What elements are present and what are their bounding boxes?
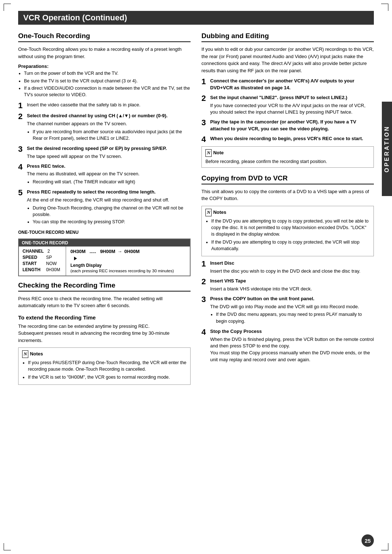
- checking-recording-body: Press REC once to check the recording ti…: [18, 295, 191, 309]
- note-icon: N: [205, 209, 212, 216]
- step-2: 2 Select the desired channel by using CH…: [18, 113, 191, 142]
- dub-step-2-body: If you have connected your VCR to the A/…: [210, 102, 374, 116]
- list-item: Be sure the TV is set to the VCR output …: [24, 78, 191, 85]
- copy-step-4: 4 Stop the Copy Process When the DVD is …: [201, 328, 374, 363]
- corner-mark-bl: [4, 543, 11, 550]
- notes-list: If you press PAUSE/STEP during One-Touch…: [28, 359, 187, 380]
- menu-row-channel: CHANNEL 2: [23, 249, 62, 254]
- list-item: If a direct VIDEO/AUDIO connection is ma…: [24, 85, 191, 98]
- note-icon: N: [22, 350, 28, 358]
- dub-step-3: 3 Play the tape in the camcorder (or ano…: [201, 119, 374, 133]
- menu-section-label: ONE-TOUCH RECORD MENU: [18, 230, 191, 235]
- one-touch-recording-title: One-Touch Recording: [18, 32, 191, 42]
- dub-step-1-title: Connect the camcorder's (or another VCR'…: [210, 78, 354, 90]
- page-number-badge: 25: [362, 534, 374, 547]
- step-5: 5 Press REC repeatedly to select the rec…: [18, 189, 191, 226]
- copying-notes-label: N Notes: [205, 209, 370, 216]
- list-item: If you press PAUSE/STEP during One-Touch…: [28, 359, 187, 372]
- list-item: If the DVD you are attempting to copy is…: [211, 218, 370, 237]
- copy-step-1-title: Insert Disc: [210, 260, 234, 266]
- step-4-body: The menu as illustrated, will appear on …: [27, 171, 191, 178]
- extend-recording-body: The recording time can be extended anyti…: [18, 323, 191, 344]
- copying-dvd-intro: This unit allows you to copy the content…: [201, 188, 374, 202]
- dub-step-4: 4 When you desire recording to begin, pr…: [201, 135, 374, 143]
- copy-step-2: 2 Insert VHS Tape Insert a blank VHS vid…: [201, 278, 374, 293]
- dub-note-body: Before recording, please confirm the rec…: [205, 158, 370, 165]
- copy-step-4-title: Stop the Copy Process: [210, 329, 262, 334]
- copy-step-3: 3 Press the COPY button on the unit fron…: [201, 296, 374, 325]
- step-4-title: Press REC twice.: [27, 163, 65, 169]
- checking-recording-title: Checking the Recording Time: [18, 281, 191, 292]
- preparations-block: Preparations: Turn on the power of both …: [18, 64, 191, 98]
- step-3-body: The tape speed will appear on the TV scr…: [27, 153, 191, 160]
- corner-mark-tl: [4, 4, 11, 11]
- extend-recording-section: To extend the Recording Time The recordi…: [18, 314, 191, 344]
- menu-row-start: START NOW: [23, 261, 62, 266]
- dub-note-label: N Note: [205, 149, 370, 157]
- step-4-bullets: Recording will start. (The TIMER indicat…: [33, 179, 191, 185]
- right-column: Dubbing and Editing If you wish to edit …: [201, 32, 374, 366]
- copying-dvd-section: Copying from DVD to VCR This unit allows…: [201, 174, 374, 363]
- content-columns: One-Touch Recording One-Touch Recording …: [18, 32, 374, 385]
- one-touch-intro: One-Touch Recording allows you to make a…: [18, 46, 191, 60]
- copy-step-2-title: Insert VHS Tape: [210, 278, 246, 284]
- dubbing-editing-section: Dubbing and Editing If you wish to edit …: [201, 32, 374, 168]
- list-item: If the VCR is set to "0H00M", the VCR go…: [28, 374, 187, 380]
- dub-step-2-title: Set the input channel "LINE2". (press IN…: [210, 95, 347, 100]
- menu-length-sub: (each pressing REC increases recording b…: [70, 269, 174, 273]
- preparations-label: Preparations:: [18, 64, 191, 69]
- preparations-list: Turn on the power of both the VCR and th…: [24, 70, 191, 98]
- list-item: Recording will start. (The TIMER indicat…: [33, 179, 191, 185]
- menu-body: CHANNEL 2 SPEED SP START NOW: [19, 247, 190, 276]
- list-item: If the DVD disc menu appears, you may ne…: [216, 311, 374, 324]
- list-item: During One-Touch Recording, changing the…: [33, 205, 191, 218]
- menu-row-length: LENGTH 0H30M: [23, 267, 62, 272]
- list-item: If the DVD you are attempting to copy is…: [211, 239, 370, 252]
- copying-notes-box: N Notes If the DVD you are attempting to…: [201, 206, 374, 256]
- copy-step-4-body: When the DVD is finished playing, press …: [210, 336, 374, 363]
- page-header: VCR Operation (Continued): [18, 11, 374, 25]
- menu-header: ONE-TOUCH RECORD: [19, 239, 190, 247]
- step-2-title: Select the desired channel by using CH (…: [27, 113, 168, 118]
- menu-timer: 0H30M ..... 9H00M → 0H00M: [70, 249, 139, 254]
- dubbing-editing-title: Dubbing and Editing: [201, 32, 374, 42]
- copying-notes-list: If the DVD you are attempting to copy is…: [211, 218, 370, 252]
- copy-step-1: 1 Insert Disc Insert the disc you wish t…: [201, 260, 374, 275]
- copy-step-3-title: Press the COPY button on the unit front …: [210, 296, 314, 301]
- page-wrapper: OPERATION VCR Operation (Continued) One-…: [0, 0, 392, 554]
- side-operation-tab: OPERATION: [382, 102, 392, 196]
- checking-recording-section: Checking the Recording Time Press REC on…: [18, 281, 191, 309]
- one-touch-menu-box: ONE-TOUCH RECORD CHANNEL 2 SPEED SP: [18, 239, 191, 276]
- corner-mark-tr: [381, 4, 388, 11]
- notes-label: N Notes: [22, 350, 187, 358]
- step-4: 4 Press REC twice. The menu as illustrat…: [18, 163, 191, 186]
- menu-right: 0H30M ..... 9H00M → 0H00M Length Display…: [66, 247, 190, 276]
- left-notes-box: N Notes If you press PAUSE/STEP during O…: [18, 347, 191, 385]
- copy-step-3-body: The DVD will go into Play mode and the V…: [210, 304, 374, 310]
- step-5-body: At the end of the recording, the VCR wil…: [27, 197, 191, 204]
- step-5-title: Press REC repeatedly to select the recor…: [27, 189, 156, 195]
- dub-step-2: 2 Set the input channel "LINE2". (press …: [201, 94, 374, 116]
- step-5-bullets: During One-Touch Recording, changing the…: [33, 205, 191, 225]
- copy-step-3-bullets: If the DVD disc menu appears, you may ne…: [216, 311, 374, 324]
- dubbing-editing-intro: If you wish to edit or dub your camcorde…: [201, 46, 374, 74]
- dub-step-1: 1 Connect the camcorder's (or another VC…: [201, 78, 374, 91]
- step-1-body: Insert the video cassette that the safet…: [27, 102, 140, 107]
- step-3-title: Set the desired recording speed (SP or E…: [27, 146, 167, 151]
- extend-recording-title: To extend the Recording Time: [18, 314, 191, 321]
- list-item: If you are recording from another source…: [33, 129, 191, 142]
- step-2-body: The channel number appears on the TV scr…: [27, 121, 191, 127]
- menu-row-speed: SPEED SP: [23, 255, 62, 260]
- dubbing-note-box: N Note Before recording, please confirm …: [201, 146, 374, 168]
- copying-dvd-title: Copying from DVD to VCR: [201, 174, 374, 184]
- dub-step-3-title: Play the tape in the camcorder (or anoth…: [210, 119, 356, 131]
- corner-mark-br: [381, 543, 388, 550]
- dub-step-4-title: When you desire recording to begin, pres…: [210, 136, 363, 141]
- one-touch-recording-section: One-Touch Recording One-Touch Recording …: [18, 32, 191, 276]
- copy-step-1-body: Insert the disc you wish to copy in the …: [210, 268, 374, 275]
- copy-step-2-body: Insert a blank VHS videotape into the VC…: [210, 286, 374, 293]
- list-item: Turn on the power of both the VCR and th…: [24, 70, 191, 77]
- list-item: You can stop the recording by pressing S…: [33, 219, 191, 225]
- step-3: 3 Set the desired recording speed (SP or…: [18, 145, 191, 160]
- step-1: 1 Insert the video cassette that the saf…: [18, 102, 191, 110]
